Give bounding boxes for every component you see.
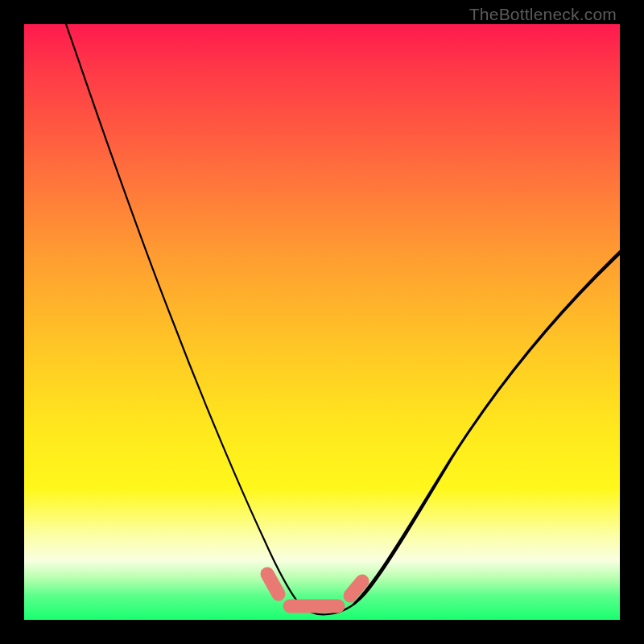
highlight-blob-left bbox=[267, 574, 279, 594]
bottleneck-curve bbox=[66, 24, 620, 614]
curve-right-branch-overlay bbox=[354, 254, 620, 604]
chart-frame: TheBottleneck.com bbox=[0, 0, 644, 644]
plot-area bbox=[24, 24, 620, 620]
curve-layer bbox=[24, 24, 620, 620]
watermark-text: TheBottleneck.com bbox=[469, 5, 617, 24]
highlight-blob-right bbox=[350, 581, 362, 596]
